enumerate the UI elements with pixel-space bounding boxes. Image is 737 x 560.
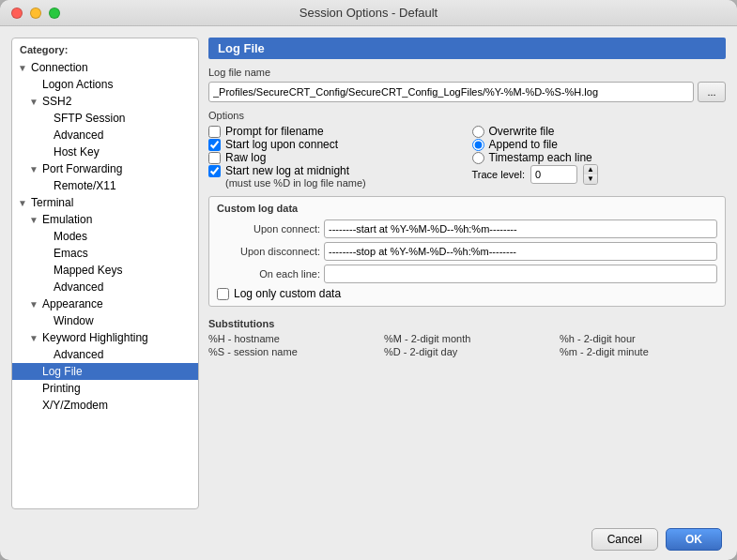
upon-connect-label: Upon connect: [217,223,320,235]
sidebar-item-keyword-highlighting[interactable]: ▼Keyword Highlighting [12,329,198,346]
log-only-row: Log only custom data [217,287,717,300]
toggle-icon: ▼ [27,333,40,343]
options-right: Overwrite file Append to file Timestamp … [472,125,727,189]
sidebar-item-appearance[interactable]: ▼Appearance [12,295,198,312]
sidebar-item-port-forwarding[interactable]: ▼Port Forwarding [12,160,198,177]
bottom-bar: Cancel OK [0,521,737,560]
toggle-icon: ▼ [27,215,40,225]
spinner-up-icon[interactable]: ▲ [584,165,597,174]
minimize-icon[interactable] [30,8,41,19]
substitutions-section: Substitutions %H - hostname%M - 2-digit … [208,318,726,357]
sidebar-item-printing[interactable]: Printing [12,380,198,397]
options-left: Prompt for filename Start log upon conne… [208,125,463,189]
sidebar-item-label: SSH2 [42,95,71,108]
timestamp-radio[interactable] [472,152,484,164]
timestamp-label: Timestamp each line [489,151,592,164]
sidebar-item-label: Appearance [42,297,103,310]
section-header: Log File [208,38,726,59]
toggle-icon: ▼ [27,299,40,310]
sidebar-item-sftp-session[interactable]: SFTP Session [12,110,198,127]
sidebar-item-modes[interactable]: Modes [12,228,198,245]
sidebar-item-ssh2[interactable]: ▼SSH2 [12,93,198,110]
start-new-log-row: Start new log at midnight [208,164,463,177]
prompt-for-filename-row: Prompt for filename [208,125,463,138]
sidebar-item-terminal[interactable]: ▼Terminal [12,194,198,211]
subs-item: %M - 2-digit month [384,333,550,344]
subs-item: %H - hostname [208,333,375,344]
upon-connect-input[interactable] [324,219,717,238]
sidebar-item-label: Emulation [42,213,92,226]
window-title: Session Options - Default [299,6,438,20]
toggle-icon: ▼ [27,164,40,174]
main-panel: Log File Log file name ... Options [208,38,726,509]
sidebar-item-label: Log File [42,365,83,378]
sidebar-item-mapped-keys[interactable]: Mapped Keys [12,262,198,279]
on-each-line-input[interactable] [324,265,717,283]
trace-spinner[interactable]: ▲ ▼ [583,164,598,185]
toggle-icon: ▼ [27,97,40,107]
append-to-file-radio[interactable] [472,139,484,151]
trace-level-input[interactable] [530,165,577,184]
sidebar-item-label: Connection [31,61,88,74]
options-section: Options Prompt for filename Start log up… [208,110,726,189]
sidebar-item-label: SFTP Session [54,112,125,125]
log-file-name-group: Log file name ... [208,67,726,102]
start-log-checkbox[interactable] [208,139,221,151]
ok-button[interactable]: OK [666,528,722,551]
log-only-custom-checkbox[interactable] [217,288,229,300]
sidebar-item-label: Host Key [54,145,100,159]
start-new-log-checkbox[interactable] [208,165,221,177]
sidebar-item-label: Modes [54,230,87,243]
raw-log-checkbox[interactable] [208,152,221,164]
subs-item: %h - 2-digit hour [560,333,726,344]
on-each-line-label: On each line: [217,268,320,280]
overwrite-file-row: Overwrite file [472,125,727,138]
toggle-icon: ▼ [16,63,29,73]
cancel-button[interactable]: Cancel [591,528,658,551]
sidebar-item-remote-x11[interactable]: Remote/X11 [12,177,198,194]
append-to-file-label: Append to file [489,138,558,151]
options-label: Options [208,110,726,121]
maximize-icon[interactable] [49,8,60,19]
log-file-input[interactable] [208,82,694,102]
sidebar-item-advanced-terminal[interactable]: Advanced [12,279,198,295]
overwrite-file-label: Overwrite file [489,125,555,138]
sidebar-item-log-file[interactable]: Log File [12,363,198,380]
start-log-label: Start log upon connect [225,138,338,151]
sidebar-item-emulation[interactable]: ▼Emulation [12,211,198,228]
upon-disconnect-row: Upon disconnect: [217,242,717,261]
titlebar: Session Options - Default [0,0,737,26]
sidebar-item-window[interactable]: Window [12,312,198,329]
sidebar-item-host-key[interactable]: Host Key [12,144,198,160]
sidebar-item-advanced-kw[interactable]: Advanced [12,346,198,363]
subs-item: %D - 2-digit day [384,346,550,357]
window: Session Options - Default Category: ▼Con… [0,0,737,560]
log-file-name-label: Log file name [208,67,726,78]
sidebar-item-xy-zmodem[interactable]: X/Y/Zmodem [12,397,198,414]
sidebar-item-connection[interactable]: ▼Connection [12,59,198,76]
options-grid: Prompt for filename Start log upon conne… [208,125,726,189]
upon-disconnect-input[interactable] [324,242,717,261]
raw-log-label: Raw log [225,151,266,164]
sidebar-item-label: Emacs [54,247,88,260]
close-icon[interactable] [11,8,23,19]
prompt-for-filename-checkbox[interactable] [208,126,221,138]
sidebar-item-label: Printing [42,382,81,395]
upon-disconnect-label: Upon disconnect: [217,246,320,257]
upon-connect-row: Upon connect: [217,219,717,238]
subs-item: %m - 2-digit minute [560,346,726,357]
sidebar-item-logon-actions[interactable]: Logon Actions [12,76,198,93]
overwrite-file-radio[interactable] [472,126,484,138]
timestamp-row: Timestamp each line [472,151,727,164]
custom-log-section: Custom log data Upon connect: Upon disco… [208,196,726,307]
sidebar-item-advanced-ssh2[interactable]: Advanced [12,127,198,144]
sidebar-item-label: Port Forwarding [42,162,122,175]
content-area: Category: ▼ConnectionLogon Actions▼SSH2S… [0,26,737,521]
sidebar-item-emacs[interactable]: Emacs [12,245,198,262]
tree-container: ▼ConnectionLogon Actions▼SSH2SFTP Sessio… [12,59,198,414]
browse-button[interactable]: ... [698,82,726,102]
sidebar-item-label: Logon Actions [42,78,113,91]
spinner-down-icon[interactable]: ▼ [584,174,597,184]
sidebar-item-label: Window [54,314,94,327]
sidebar: Category: ▼ConnectionLogon Actions▼SSH2S… [11,38,199,509]
